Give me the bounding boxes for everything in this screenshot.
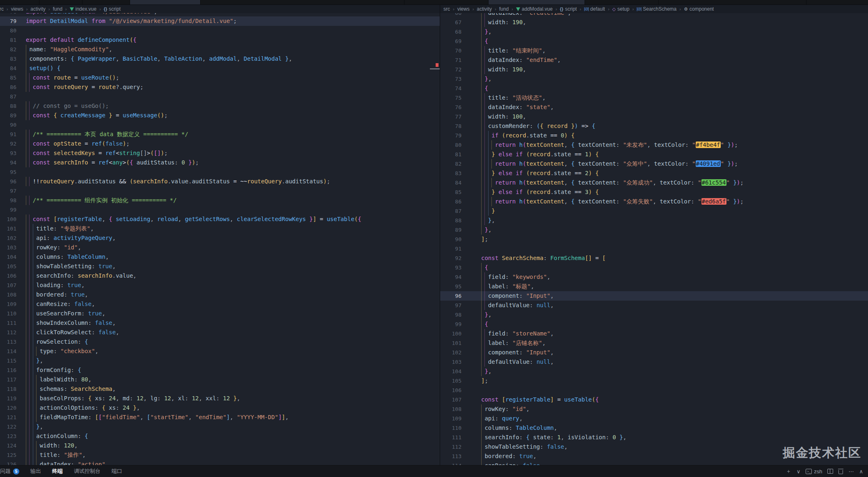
code-line-92[interactable]: 92 const optState = ref(false); xyxy=(0,139,440,148)
code-line-120[interactable]: 120 actionColOptions: { xs: 24 }, xyxy=(0,403,440,413)
line-number[interactable]: 96 xyxy=(440,291,461,301)
code-line-76[interactable]: 76 dataIndex: "state", xyxy=(440,103,868,112)
line-number[interactable]: 116 xyxy=(0,365,16,375)
line-number[interactable]: 75 xyxy=(440,93,461,103)
line-number[interactable]: 82 xyxy=(440,159,461,169)
code-line-102[interactable]: 102 api: activityPageQuery, xyxy=(0,233,440,243)
code-line-111[interactable]: 111 showIndexColumn: false, xyxy=(0,318,440,328)
line-number[interactable]: 113 xyxy=(0,337,16,347)
line-number[interactable]: 115 xyxy=(0,356,16,365)
code-line-79[interactable]: 79import DetailModal from "/@/views/mark… xyxy=(0,16,440,26)
line-number[interactable]: 95 xyxy=(440,282,461,291)
code-line-105[interactable]: 105]; xyxy=(440,376,868,386)
editor-left[interactable]: src›views›activity›fund›index.vue›{}scri… xyxy=(0,5,440,466)
line-number[interactable]: 126 xyxy=(0,460,16,466)
more-actions-icon[interactable]: ⋯ xyxy=(848,468,854,475)
code-line-88[interactable]: 88 // const go = useGo(); xyxy=(0,101,440,111)
line-number[interactable]: 106 xyxy=(440,386,461,395)
code-line-106[interactable]: 106 searchInfo: searchInfo.value, xyxy=(0,271,440,281)
code-line-124[interactable]: 124 width: 120, xyxy=(0,441,440,450)
code-line-67[interactable]: 67 width: 190, xyxy=(440,18,868,27)
code-line-72[interactable]: 72 width: 190, xyxy=(440,65,868,74)
line-number[interactable]: 85 xyxy=(440,187,461,197)
line-number[interactable]: 99 xyxy=(0,205,16,215)
code-line-101[interactable]: 101 label: "店铺名称", xyxy=(440,338,868,348)
line-number[interactable]: 77 xyxy=(440,112,461,121)
breadcrumb-item-index-vue[interactable]: index.vue xyxy=(70,6,96,12)
code-line-94[interactable]: 94 field: "keywords", xyxy=(440,272,868,282)
code-line-108[interactable]: 108 bordered: true, xyxy=(0,290,440,299)
code-line-103[interactable]: 103 rowKey: "id", xyxy=(0,243,440,252)
code-line-122[interactable]: 122 }, xyxy=(0,422,440,431)
line-number[interactable]: 80 xyxy=(440,140,461,150)
line-number[interactable]: 84 xyxy=(0,64,16,73)
code-line-103[interactable]: 103 defaultValue: null, xyxy=(440,357,868,367)
code-line-102[interactable]: 102 component: "Input", xyxy=(440,348,868,357)
code-line-94[interactable]: 94 const searchInfo = ref<any>({ auditSt… xyxy=(0,158,440,167)
code-line-73[interactable]: 73 }, xyxy=(440,74,868,84)
split-terminal-icon[interactable] xyxy=(827,469,833,474)
code-line-93[interactable]: 93 const selectedKeys = ref<string[]>([]… xyxy=(0,148,440,158)
code-line-81[interactable]: 81 } else if (record.state == 1) { xyxy=(440,150,868,159)
line-number[interactable]: 105 xyxy=(0,262,16,271)
code-line-99[interactable]: 99 { xyxy=(440,320,868,329)
code-line-98[interactable]: 98 /** ========== 组件实例 初始化 ========== */ xyxy=(0,196,440,205)
panel-tab-问题[interactable]: 问题5 xyxy=(0,468,19,475)
line-number[interactable]: 97 xyxy=(440,301,461,310)
line-number[interactable]: 114 xyxy=(0,347,16,356)
code-line-100[interactable]: 100 const [registerTable, { setLoading, … xyxy=(0,215,440,224)
line-number[interactable]: 125 xyxy=(0,450,16,460)
line-number[interactable]: 74 xyxy=(440,84,461,93)
panel-tab-端口[interactable]: 端口 xyxy=(112,468,122,475)
line-number[interactable]: 94 xyxy=(440,272,461,282)
code-region-right[interactable]: 66 dataIndex: "createTime",67 width: 190… xyxy=(440,13,868,466)
code-line-126[interactable]: 126 dataIndex: "action" xyxy=(0,460,440,466)
code-line-115[interactable]: 115 }, xyxy=(0,356,440,365)
code-line-71[interactable]: 71 dataIndex: "endTime", xyxy=(440,55,868,65)
line-number[interactable]: 95 xyxy=(0,167,16,177)
breadcrumb-item-setup[interactable]: ◇setup xyxy=(612,6,630,12)
line-number[interactable]: 101 xyxy=(0,224,16,233)
line-number[interactable]: 107 xyxy=(440,395,461,404)
editor-tab-strip[interactable] xyxy=(0,0,868,5)
panel-tab-输出[interactable]: 输出 xyxy=(30,468,41,475)
breadcrumb-left[interactable]: src›views›activity›fund›index.vue›{}scri… xyxy=(0,5,440,13)
line-number[interactable]: 82 xyxy=(0,45,16,54)
line-number[interactable]: 66 xyxy=(440,13,461,18)
code-line-80[interactable]: 80 xyxy=(0,26,440,35)
code-line-89[interactable]: 89 const { createMessage } = useMessage(… xyxy=(0,111,440,120)
breadcrumb-right[interactable]: src›views›activity›fund›addModal.vue›{}s… xyxy=(440,5,868,13)
code-line-112[interactable]: 112 clickToRowSelect: false, xyxy=(0,328,440,337)
line-number[interactable]: 72 xyxy=(440,65,461,74)
code-line-125[interactable]: 125 title: "操作", xyxy=(0,450,440,460)
code-line-100[interactable]: 100 field: "storeName", xyxy=(440,329,868,338)
panel-tab-终端[interactable]: 终端 xyxy=(52,468,63,475)
code-line-92[interactable]: 92const SearchSchema: FormSchema[] = [ xyxy=(440,253,868,263)
code-line-97[interactable]: 97 defaultValue: null, xyxy=(440,301,868,310)
line-number[interactable]: 101 xyxy=(440,338,461,348)
line-number[interactable]: 83 xyxy=(0,54,16,64)
code-line-84[interactable]: 84 setup() { xyxy=(0,64,440,73)
line-number[interactable]: 100 xyxy=(0,215,16,224)
code-line-104[interactable]: 104 }, xyxy=(440,367,868,376)
code-line-82[interactable]: 82 return h(textContent, { textContent: … xyxy=(440,159,868,169)
line-number[interactable]: 98 xyxy=(440,310,461,320)
line-number[interactable]: 89 xyxy=(0,111,16,120)
line-number[interactable]: 81 xyxy=(440,150,461,159)
line-number[interactable]: 106 xyxy=(0,271,16,281)
line-number[interactable]: 121 xyxy=(0,413,16,422)
line-number[interactable]: 92 xyxy=(0,139,16,148)
line-number[interactable]: 90 xyxy=(0,120,16,130)
line-number[interactable]: 108 xyxy=(440,404,461,414)
line-number[interactable]: 107 xyxy=(0,281,16,290)
breadcrumb-item-searchschema[interactable]: [@]SearchSchema xyxy=(637,6,676,12)
code-line-96[interactable]: 96 !!routeQuery.auditStatus && (searchIn… xyxy=(0,177,440,186)
code-line-68[interactable]: 68 }, xyxy=(440,27,868,37)
breadcrumb-item-views[interactable]: views xyxy=(457,6,470,12)
code-line-74[interactable]: 74 { xyxy=(440,84,868,93)
line-number[interactable]: 99 xyxy=(440,320,461,329)
line-number[interactable]: 118 xyxy=(0,384,16,394)
code-line-105[interactable]: 105 showTableSetting: true, xyxy=(0,262,440,271)
code-line-119[interactable]: 119 baseColProps: { xs: 24, md: 12, lg: … xyxy=(0,394,440,403)
line-number[interactable]: 93 xyxy=(440,263,461,272)
